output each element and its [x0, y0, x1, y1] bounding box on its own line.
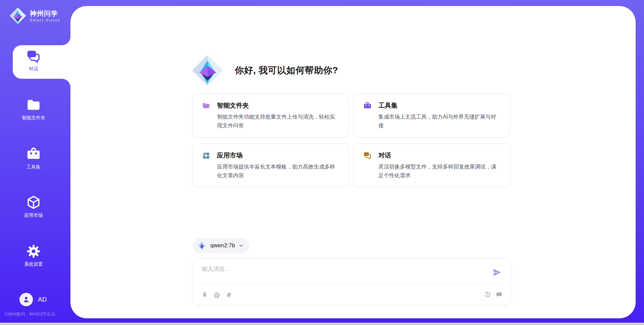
brand-subtitle: Smart Vision	[30, 18, 61, 22]
open-folder-icon	[202, 102, 210, 110]
brand-logo-icon	[9, 7, 26, 24]
greeting-block: 你好, 我可以如何帮助你?	[192, 55, 338, 86]
card-description: 应用市场提供丰富长文本模板，助力高效生成多样化文章内容	[217, 162, 340, 180]
sidebar-item-label: 系统设置	[7, 261, 60, 267]
model-selector[interactable]: qwen2:7b	[193, 238, 249, 253]
sidebar-item-label: 工具集	[7, 164, 60, 170]
user-name: AD	[38, 296, 47, 303]
sidebar-item-smart-folder[interactable]: 智能文件夹	[7, 97, 60, 121]
card-description: 智能文件夹功能支持批量文件上传与清洗，轻松实现文件问答	[217, 113, 340, 130]
avatar	[19, 293, 33, 306]
message-input[interactable]	[201, 264, 478, 283]
sidebar-item-label: 智能文件夹	[7, 115, 60, 121]
card-title: 智能文件夹	[217, 101, 249, 110]
message-composer: @ #	[193, 258, 511, 305]
greeting-logo-icon	[192, 55, 223, 86]
toolbox-icon	[363, 102, 372, 110]
main-panel: 你好, 我可以如何帮助你? 智能文件夹 智能文件夹功能支持批量文件上传与清洗，轻…	[70, 6, 636, 318]
chat-icon	[363, 151, 372, 160]
card-title: 应用市场	[217, 151, 243, 160]
feature-cards: 智能文件夹 智能文件夹功能支持批量文件上传与清洗，轻松实现文件问答 工具集 集成…	[192, 94, 511, 187]
sidebar-item-label: 应用市场	[7, 212, 60, 218]
user-profile[interactable]: AD	[19, 293, 47, 306]
at-mention-icon[interactable]: @	[213, 291, 220, 298]
paperclip-icon[interactable]	[201, 291, 208, 298]
card-title: 对话	[378, 151, 391, 160]
greeting-text: 你好, 我可以如何帮助你?	[235, 64, 338, 76]
brand-name: 神州问学	[30, 10, 61, 17]
card-smart-folder[interactable]: 智能文件夹 智能文件夹功能支持批量文件上传与清洗，轻松实现文件问答	[192, 94, 349, 137]
model-logo-icon	[198, 241, 206, 250]
toolbox-icon	[26, 147, 41, 161]
sidebar-item-toolset[interactable]: 工具集	[7, 147, 60, 170]
model-name: qwen2:7b	[210, 242, 235, 249]
person-icon	[22, 296, 30, 304]
sidebar-item-app-market[interactable]: 应用市场	[7, 195, 60, 218]
cube-icon	[26, 195, 41, 210]
app-window: 神州问学 Smart Vision 对话 智能文件夹 工具集 应用市场 系统设置	[0, 0, 644, 325]
card-toolset[interactable]: 工具集 集成市场上主流工具，助力AI与外界无缝扩展与对接	[354, 94, 510, 137]
history-icon[interactable]	[484, 291, 491, 298]
chat-icon	[26, 49, 41, 64]
brand: 神州问学 Smart Vision	[9, 7, 61, 24]
window-bottom-edge	[0, 323, 644, 325]
folder-icon	[26, 97, 41, 112]
hash-icon[interactable]: #	[225, 291, 232, 298]
chevron-down-icon	[238, 243, 244, 248]
card-app-market[interactable]: 应用市场 应用市场提供丰富长文本模板，助力高效生成多样化文章内容	[192, 144, 349, 187]
sidebar-item-chat[interactable]: 对话	[13, 45, 70, 79]
card-chat[interactable]: 对话 灵活切换多模型文件，支持多样回复效果调试，满足个性化需求	[354, 144, 510, 187]
sidebar-item-label: 对话	[13, 66, 54, 72]
gear-icon	[26, 244, 41, 259]
grid-cube-icon	[202, 151, 210, 160]
comment-icon[interactable]	[496, 291, 503, 298]
card-description: 灵活切换多模型文件，支持多样回复效果调试，满足个性化需求	[378, 162, 501, 180]
sidebar-item-settings[interactable]: 系统设置	[7, 244, 60, 267]
copyright-footer: ©神州数码 · 神州问学出品	[5, 311, 55, 317]
card-title: 工具集	[378, 101, 397, 110]
sidebar: 神州问学 Smart Vision 对话 智能文件夹 工具集 应用市场 系统设置	[0, 0, 70, 325]
card-description: 集成市场上主流工具，助力AI与外界无缝扩展与对接	[378, 113, 501, 130]
send-icon[interactable]	[491, 267, 502, 278]
